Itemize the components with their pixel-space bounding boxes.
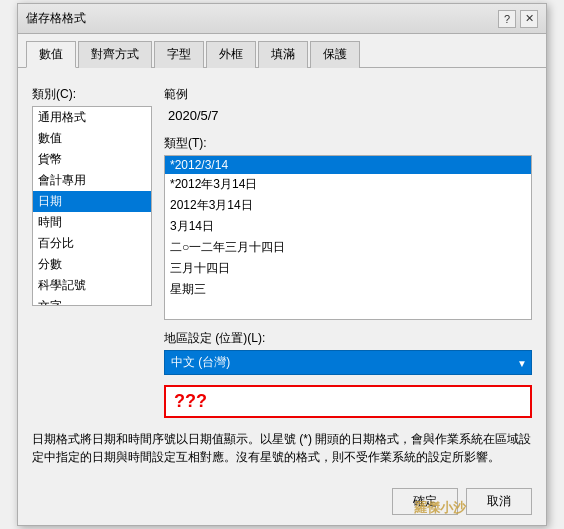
description-section: 日期格式將日期和時間序號以日期值顯示。以星號 (*) 開頭的日期格式，會與作業系… — [32, 430, 532, 466]
tab-protection[interactable]: 保護 — [310, 41, 360, 68]
right-panel: 範例 2020/5/7 類型(T): *2012/3/14 *2012年3月14… — [164, 86, 532, 418]
type-item-2[interactable]: 2012年3月14日 — [165, 195, 531, 216]
type-item-3[interactable]: 3月14日 — [165, 216, 531, 237]
content-area: 類別(C): 通用格式 數值 貨幣 會計專用 日期 時間 百分比 分數 科學記號… — [18, 68, 546, 478]
category-label: 類別(C): — [32, 86, 152, 103]
footer: 羅傑小沙 確定 取消 — [18, 478, 546, 525]
locale-dropdown[interactable]: 中文 (台灣) ▼ — [164, 350, 532, 375]
cancel-button[interactable]: 取消 — [466, 488, 532, 515]
category-time[interactable]: 時間 — [33, 212, 151, 233]
locale-value: 中文 (台灣) — [171, 354, 230, 371]
tab-number[interactable]: 數值 — [26, 41, 76, 68]
sample-value: 2020/5/7 — [164, 106, 532, 125]
locale-section: 地區設定 (位置)(L): 中文 (台灣) ▼ — [164, 330, 532, 375]
type-label: 類型(T): — [164, 135, 532, 152]
type-item-6[interactable]: 星期三 — [165, 279, 531, 300]
category-currency[interactable]: 貨幣 — [33, 149, 151, 170]
sample-section: 範例 2020/5/7 — [164, 86, 532, 125]
category-date[interactable]: 日期 — [33, 191, 151, 212]
category-general[interactable]: 通用格式 — [33, 107, 151, 128]
tab-alignment[interactable]: 對齊方式 — [78, 41, 152, 68]
category-text[interactable]: 文字 — [33, 296, 151, 306]
tab-border[interactable]: 外框 — [206, 41, 256, 68]
category-accounting[interactable]: 會計專用 — [33, 170, 151, 191]
format-input-section — [164, 385, 532, 418]
format-input[interactable] — [164, 385, 532, 418]
dropdown-arrow-icon: ▼ — [517, 357, 527, 368]
type-item-5[interactable]: 三月十四日 — [165, 258, 531, 279]
type-item-1[interactable]: *2012年3月14日 — [165, 174, 531, 195]
title-bar-buttons: ? ✕ — [498, 10, 538, 28]
title-bar: 儲存格格式 ? ✕ — [18, 4, 546, 34]
type-item-0[interactable]: *2012/3/14 — [165, 156, 531, 174]
watermark: 羅傑小沙 — [414, 499, 466, 517]
tab-font[interactable]: 字型 — [154, 41, 204, 68]
category-panel: 類別(C): 通用格式 數值 貨幣 會計專用 日期 時間 百分比 分數 科學記號… — [32, 86, 152, 418]
category-percentage[interactable]: 百分比 — [33, 233, 151, 254]
category-number[interactable]: 數值 — [33, 128, 151, 149]
description-text: 日期格式將日期和時間序號以日期值顯示。以星號 (*) 開頭的日期格式，會與作業系… — [32, 432, 531, 464]
category-scientific[interactable]: 科學記號 — [33, 275, 151, 296]
main-row: 類別(C): 通用格式 數值 貨幣 會計專用 日期 時間 百分比 分數 科學記號… — [32, 86, 532, 418]
tabs: 數值 對齊方式 字型 外框 填滿 保護 — [18, 34, 546, 68]
dialog: 儲存格格式 ? ✕ 數值 對齊方式 字型 外框 填滿 保護 類別(C) — [17, 3, 547, 526]
type-section: 類型(T): *2012/3/14 *2012年3月14日 2012年3月14日… — [164, 135, 532, 320]
category-list[interactable]: 通用格式 數值 貨幣 會計專用 日期 時間 百分比 分數 科學記號 文字 特殊 … — [32, 106, 152, 306]
type-list[interactable]: *2012/3/14 *2012年3月14日 2012年3月14日 3月14日 … — [164, 155, 532, 320]
category-fraction[interactable]: 分數 — [33, 254, 151, 275]
sample-label: 範例 — [164, 86, 532, 103]
locale-label: 地區設定 (位置)(L): — [164, 330, 532, 347]
type-item-4[interactable]: 二○一二年三月十四日 — [165, 237, 531, 258]
locale-display[interactable]: 中文 (台灣) ▼ — [164, 350, 532, 375]
help-button[interactable]: ? — [498, 10, 516, 28]
tab-fill[interactable]: 填滿 — [258, 41, 308, 68]
dialog-title: 儲存格格式 — [26, 10, 86, 27]
close-button[interactable]: ✕ — [520, 10, 538, 28]
